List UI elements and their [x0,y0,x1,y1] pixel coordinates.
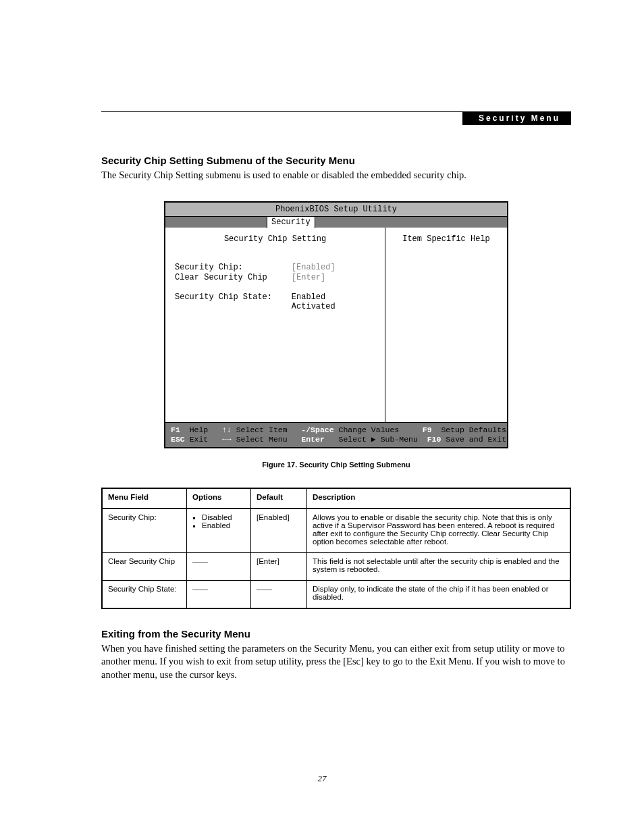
cell-desc: Display only, to indicate the state of t… [307,580,571,608]
bios-right-panel: Item Specific Help [385,228,507,422]
bios-screenshot: PhoenixBIOS Setup Utility Security Secur… [164,201,508,448]
th-field: Menu Field [102,488,187,509]
cell-default: —— [251,580,307,608]
header-strip: Security Menu [462,111,571,125]
th-desc: Description [307,488,571,509]
cell-options: —— [187,552,251,580]
cell-desc: Allows you to enable or disable the secu… [307,509,571,553]
section-body-2: When you have finished setting the param… [101,642,571,682]
bios-field-security-chip: Security Chip: [Enabled] [175,263,375,272]
bios-left-panel: Security Chip Setting Security Chip: [En… [165,228,385,422]
list-item: Disabled [202,513,245,521]
table-row: Security Chip: Disabled Enabled [Enabled… [102,509,570,553]
cell-field: Security Chip: [102,509,187,553]
description-table: Menu Field Options Default Description S… [101,488,571,609]
section-heading-1: Security Chip Setting Submenu of the Sec… [101,155,571,166]
cell-options: Disabled Enabled [187,509,251,553]
bios-tab-row: Security [165,217,507,228]
table-row: Clear Security Chip —— [Enter] This fiel… [102,552,570,580]
bios-field-chip-state: Security Chip State: Enabled [175,292,375,302]
cell-options: —— [187,580,251,608]
section-body-1: The Security Chip Setting submenu is use… [101,169,571,182]
page-number: 27 [0,773,644,784]
table-header-row: Menu Field Options Default Description [102,488,570,509]
bios-right-title: Item Specific Help [395,234,498,244]
th-options: Options [187,488,251,509]
cell-desc: This field is not selectable until after… [307,552,571,580]
bios-left-title: Security Chip Setting [175,234,375,244]
cell-field: Clear Security Chip [102,552,187,580]
th-default: Default [251,488,307,509]
cell-default: [Enabled] [251,509,307,553]
bios-footer: F1 Help ↑↓ Select Item -/Space Change Va… [165,423,507,447]
bios-tab-security: Security [267,216,315,228]
cell-default: [Enter] [251,552,307,580]
section-heading-2: Exiting from the Security Menu [101,628,571,640]
bios-field-chip-state2: Activated [175,302,375,311]
bios-field-clear-chip: Clear Security Chip [Enter] [175,273,375,282]
bios-title: PhoenixBIOS Setup Utility [165,203,507,217]
figure-caption: Figure 17. Security Chip Setting Submenu [101,461,571,469]
list-item: Enabled [202,521,245,529]
cell-field: Security Chip State: [102,580,187,608]
table-row: Security Chip State: —— —— Display only,… [102,580,570,608]
